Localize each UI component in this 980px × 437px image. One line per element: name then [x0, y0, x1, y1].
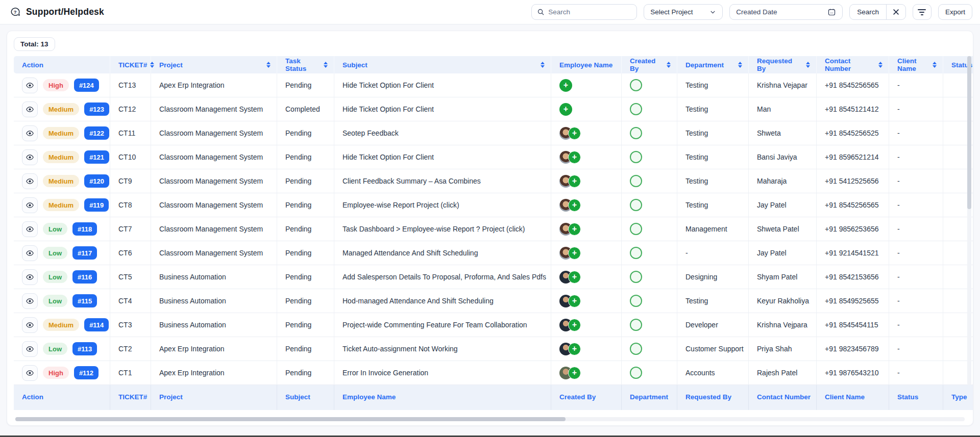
view-ticket-button[interactable] — [22, 317, 38, 333]
export-button[interactable]: Export — [938, 4, 972, 20]
contact-number-cell: +91 8596521214 — [817, 145, 889, 169]
column-header-client-name[interactable]: Client Name — [889, 56, 943, 73]
assign-employee-button[interactable] — [568, 343, 581, 355]
column-header-department[interactable]: Department — [677, 56, 749, 73]
horizontal-scrollbar-thumb[interactable] — [15, 417, 566, 421]
column-header-contact-number[interactable]: Contact Number — [817, 56, 889, 73]
column-header-task-status[interactable]: Task Status — [277, 56, 334, 73]
contact-number-cell: +91 5412525656 — [817, 169, 889, 193]
ticket-id-badge[interactable]: #122 — [84, 126, 109, 140]
eye-icon — [26, 249, 34, 258]
assign-employee-button[interactable] — [568, 247, 581, 260]
search-input[interactable] — [548, 8, 631, 16]
ticket-id-badge[interactable]: #124 — [74, 79, 99, 92]
view-ticket-button[interactable] — [22, 78, 38, 93]
assign-employee-button[interactable] — [568, 295, 581, 307]
ticket-id-badge[interactable]: #123 — [84, 102, 109, 116]
assign-employee-button[interactable] — [568, 151, 581, 164]
view-ticket-button[interactable] — [22, 221, 38, 237]
eye-icon — [26, 345, 34, 353]
column-header-created-by[interactable]: Created By — [622, 56, 677, 73]
eye-icon — [26, 153, 34, 162]
assign-employee-button[interactable] — [568, 127, 581, 140]
assign-employee-button[interactable] — [568, 223, 581, 236]
created-by-avatar[interactable] — [630, 199, 642, 211]
created-by-avatar[interactable] — [630, 295, 642, 307]
ticket-id-badge[interactable]: #114 — [84, 318, 109, 331]
ticket-id-badge[interactable]: #121 — [84, 150, 109, 164]
ticket-id-badge[interactable]: #120 — [84, 174, 109, 188]
view-ticket-button[interactable] — [22, 341, 38, 357]
sort-icon[interactable] — [738, 62, 742, 68]
created-by-avatar[interactable] — [630, 367, 642, 379]
ticket-id-badge[interactable]: #113 — [72, 342, 97, 355]
assign-employee-button[interactable] — [559, 79, 572, 92]
assign-employee-button[interactable] — [568, 319, 581, 331]
clear-search-button[interactable] — [886, 5, 905, 19]
sort-icon[interactable] — [667, 62, 671, 68]
task-status-cell: Pending — [277, 241, 334, 265]
created-by-avatar[interactable] — [630, 127, 642, 139]
filter-button[interactable] — [913, 4, 932, 20]
view-ticket-button[interactable] — [22, 173, 38, 189]
column-header-employee-name: Employee Name — [551, 56, 622, 73]
employee-name-cell — [551, 145, 622, 169]
search-button[interactable]: Search — [850, 5, 886, 19]
sort-icon[interactable] — [806, 62, 810, 68]
view-ticket-button[interactable] — [22, 149, 38, 165]
view-ticket-button[interactable] — [22, 269, 38, 285]
ticket-id-badge[interactable]: #118 — [72, 222, 97, 236]
vertical-scrollbar-thumb[interactable] — [967, 56, 971, 209]
sort-icon[interactable] — [878, 62, 883, 68]
created-by-avatar[interactable] — [630, 175, 642, 187]
sort-icon[interactable] — [266, 62, 271, 68]
horizontal-scrollbar[interactable] — [15, 417, 965, 421]
assign-employee-button[interactable] — [568, 175, 581, 188]
project-cell: Classroom Management System — [151, 97, 277, 121]
employee-name-cell — [551, 265, 622, 289]
project-select[interactable]: Select Project — [644, 4, 723, 20]
view-ticket-button[interactable] — [22, 197, 38, 213]
created-date-input[interactable]: Created Date — [729, 4, 843, 20]
column-header-label: TICKET# — [118, 61, 147, 69]
task-status-cell: Pending — [277, 361, 334, 384]
assign-employee-button[interactable] — [568, 367, 581, 379]
column-header-project[interactable]: Project — [151, 56, 277, 73]
view-ticket-button[interactable] — [22, 365, 38, 381]
assign-employee-button[interactable] — [568, 271, 581, 284]
search-box[interactable] — [531, 4, 637, 20]
vertical-scrollbar[interactable] — [967, 56, 971, 385]
created-by-avatar[interactable] — [630, 319, 642, 331]
ticket-number-cell: CT2 — [110, 337, 151, 361]
project-cell: Classroom Management System — [151, 217, 277, 241]
ticket-id-badge[interactable]: #117 — [72, 246, 97, 260]
view-ticket-button[interactable] — [22, 101, 38, 117]
view-ticket-button[interactable] — [22, 245, 38, 261]
created-by-avatar[interactable] — [630, 103, 642, 115]
ticket-id-badge[interactable]: #112 — [74, 366, 99, 379]
employee-name-cell — [551, 193, 622, 217]
ticket-id-badge[interactable]: #119 — [84, 198, 109, 212]
ticket-id-badge[interactable]: #115 — [72, 294, 97, 307]
assign-employee-button[interactable] — [559, 103, 572, 116]
department-cell: Management — [677, 217, 749, 241]
view-ticket-button[interactable] — [22, 125, 38, 141]
created-by-avatar[interactable] — [630, 247, 642, 259]
subject-cell: Hide Ticket Option For Client — [334, 97, 551, 121]
sort-icon[interactable] — [933, 62, 937, 68]
column-header-ticket[interactable]: TICKET# — [110, 56, 151, 73]
column-header-requested-by[interactable]: Requested By — [749, 56, 817, 73]
sort-icon[interactable] — [541, 62, 545, 68]
created-by-avatar[interactable] — [630, 271, 642, 283]
project-cell: Business Automation — [151, 313, 277, 337]
created-by-avatar[interactable] — [630, 343, 642, 355]
requested-by-cell: Priya Shah — [749, 337, 817, 361]
column-header-subject[interactable]: Subject — [334, 56, 551, 73]
sort-icon[interactable] — [324, 62, 328, 68]
view-ticket-button[interactable] — [22, 293, 38, 309]
assign-employee-button[interactable] — [568, 199, 581, 212]
created-by-avatar[interactable] — [630, 79, 642, 91]
ticket-id-badge[interactable]: #116 — [72, 270, 97, 284]
created-by-avatar[interactable] — [630, 223, 642, 235]
created-by-avatar[interactable] — [630, 151, 642, 163]
